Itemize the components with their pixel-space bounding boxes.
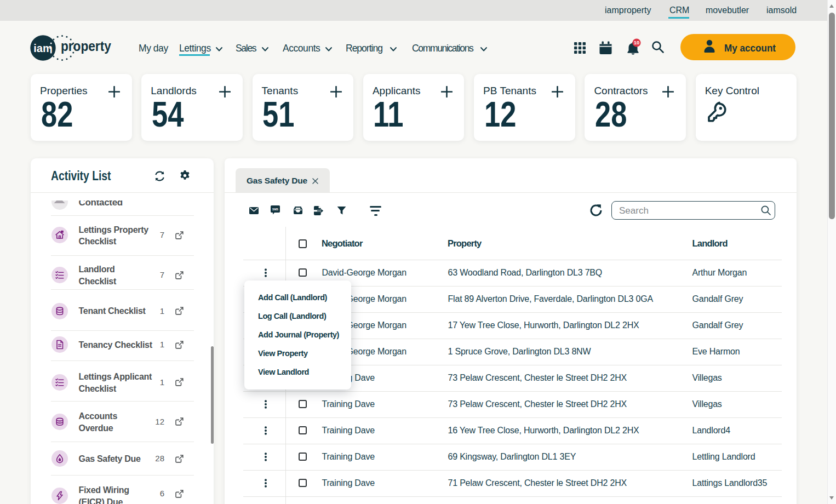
svg-text:10: 10 bbox=[633, 39, 639, 45]
svg-text:iam: iam bbox=[33, 42, 52, 54]
svg-text:SMS: SMS bbox=[272, 208, 279, 211]
